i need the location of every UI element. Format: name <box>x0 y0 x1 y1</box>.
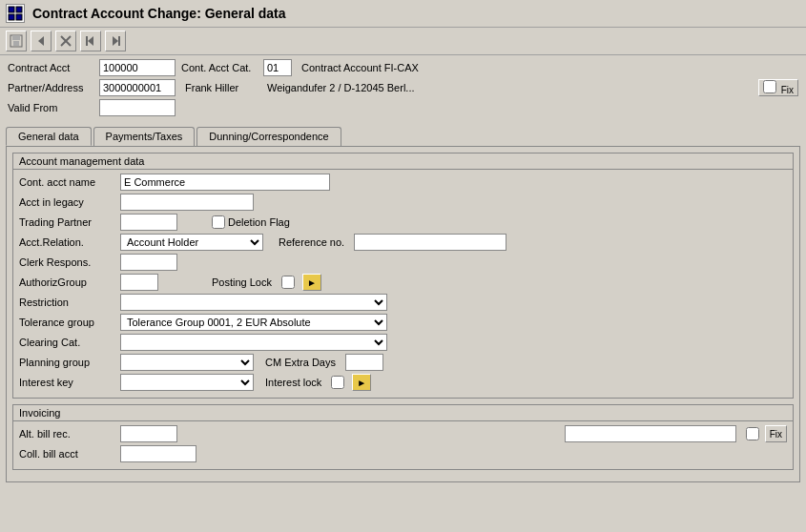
clerk-respons-input[interactable] <box>120 254 177 271</box>
authoriz-group-label: AuthorizGroup <box>19 276 114 288</box>
next-button[interactable] <box>105 31 126 51</box>
svg-rect-1 <box>16 7 22 12</box>
save-button[interactable] <box>6 31 27 51</box>
clearing-cat-label: Clearing Cat. <box>19 337 114 348</box>
tolerance-group-dropdown[interactable]: Tolerance Group 0001, 2 EUR Absolute <box>120 314 387 331</box>
cont-acct-cat-label: Cont. Acct Cat. <box>181 62 258 73</box>
tab-payments-taxes[interactable]: Payments/Taxes <box>93 127 196 146</box>
alt-bill-rec-fix-button[interactable]: Fix <box>765 425 787 442</box>
tolerance-group-label: Tolerance group <box>19 317 114 328</box>
cont-acct-name-label: Cont. acct name <box>19 176 114 188</box>
fix-label: Fix <box>781 85 794 95</box>
partner-address: Weigandufer 2 / D-12045 Berl... <box>267 82 753 93</box>
fix-button[interactable]: Fix <box>758 79 798 96</box>
cont-acct-cat-input[interactable] <box>263 59 292 76</box>
alt-bill-rec-label: Alt. bill rec. <box>19 428 114 440</box>
valid-from-label: Valid From <box>8 102 93 113</box>
invoicing-title: Invoicing <box>13 405 793 421</box>
acct-relation-label: Acct.Relation. <box>19 236 114 248</box>
page-title: Contract Account Change: General data <box>32 6 286 21</box>
window-icon <box>6 4 25 23</box>
trading-partner-input[interactable] <box>120 214 177 231</box>
acct-in-legacy-label: Acct in legacy <box>19 196 114 208</box>
alt-bill-rec-input[interactable] <box>120 425 177 442</box>
contract-acct-label: Contract Acct <box>8 62 93 73</box>
coll-bill-acct-label: Coll. bill acct <box>19 448 114 460</box>
invoicing-section: Invoicing Alt. bill rec. Fix Coll. bill … <box>12 404 794 470</box>
fix-checkbox[interactable] <box>763 80 776 93</box>
header-section: Contract Acct Cont. Acct Cat. Contract A… <box>0 55 806 123</box>
contract-acct-input[interactable] <box>99 59 176 76</box>
cm-extra-days-label: CM Extra Days <box>265 357 336 368</box>
deletion-flag-label: Deletion Flag <box>228 216 290 228</box>
svg-rect-5 <box>12 35 20 40</box>
tab-bar: General data Payments/Taxes Dunning/Corr… <box>0 123 806 146</box>
interest-key-dropdown[interactable] <box>120 374 254 391</box>
clearing-cat-dropdown[interactable] <box>120 334 387 351</box>
svg-marker-12 <box>113 36 118 46</box>
svg-marker-7 <box>38 36 44 46</box>
contract-account-fi-label: Contract Account FI-CAX <box>301 62 419 73</box>
svg-rect-3 <box>16 14 22 20</box>
trading-partner-label: Trading Partner <box>19 216 114 228</box>
planning-group-label: Planning group <box>19 357 114 368</box>
partner-name: Frank Hiller <box>185 82 261 93</box>
acct-relation-dropdown[interactable]: Account Holder <box>120 234 263 251</box>
svg-marker-10 <box>88 36 93 46</box>
invoicing-content: Alt. bill rec. Fix Coll. bill acct <box>13 421 793 469</box>
reference-no-input[interactable] <box>354 234 506 251</box>
planning-group-dropdown[interactable] <box>120 354 254 371</box>
restriction-dropdown[interactable] <box>120 294 387 311</box>
fix-label2: Fix <box>770 429 782 440</box>
svg-rect-6 <box>13 41 19 46</box>
coll-bill-acct-input[interactable] <box>120 445 196 462</box>
reference-no-label: Reference no. <box>279 236 344 248</box>
tab-dunning-correspondence[interactable]: Dunning/Correspondence <box>196 127 341 146</box>
title-bar: Contract Account Change: General data <box>0 0 806 28</box>
account-management-section: Account management data Cont. acct name … <box>12 153 794 399</box>
cont-acct-name-input[interactable] <box>120 174 330 191</box>
back-button[interactable] <box>31 31 52 51</box>
toolbar <box>0 28 806 55</box>
prev-button[interactable] <box>80 31 101 51</box>
account-management-title: Account management data <box>13 153 793 170</box>
interest-lock-checkbox[interactable] <box>331 376 344 389</box>
partner-address-label: Partner/Address <box>8 82 93 93</box>
alt-bill-rec-extra-input[interactable] <box>565 425 736 442</box>
partner-input[interactable] <box>99 79 176 96</box>
exit-button[interactable] <box>55 31 76 51</box>
interest-lock-label: Interest lock <box>265 377 321 388</box>
svg-rect-2 <box>9 14 14 20</box>
restriction-label: Restriction <box>19 297 114 308</box>
deletion-flag-checkbox[interactable] <box>212 215 225 229</box>
posting-lock-label: Posting Lock <box>212 276 272 288</box>
interest-lock-nav-button[interactable]: ► <box>352 374 371 391</box>
content-area: Account management data Cont. acct name … <box>6 146 800 482</box>
interest-key-label: Interest key <box>19 377 114 388</box>
clerk-respons-label: Clerk Respons. <box>19 256 114 268</box>
posting-lock-checkbox[interactable] <box>281 276 295 289</box>
acct-in-legacy-input[interactable] <box>120 194 254 211</box>
alt-bill-rec-checkbox[interactable] <box>746 427 759 440</box>
posting-lock-nav-button[interactable]: ► <box>302 274 321 291</box>
valid-from-input[interactable] <box>99 99 176 116</box>
authoriz-group-input[interactable] <box>120 274 158 291</box>
tab-general-data[interactable]: General data <box>6 127 92 146</box>
account-management-content: Cont. acct name Acct in legacy Trading P… <box>13 170 793 398</box>
svg-rect-0 <box>9 7 14 12</box>
cm-extra-days-input[interactable] <box>345 354 383 371</box>
